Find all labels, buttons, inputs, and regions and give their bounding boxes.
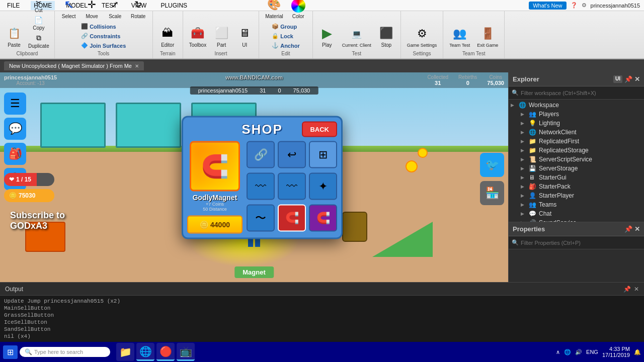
output-close-icon[interactable]: ✕	[634, 286, 639, 293]
pin-icon[interactable]: 📌	[624, 75, 632, 83]
taskbar-search[interactable]: 🔍 Type here to search	[20, 347, 110, 357]
collisions-btn[interactable]: ⬛ Collisions	[78, 22, 129, 31]
props-search-bar[interactable]: 🔍	[509, 236, 644, 249]
shop-slot-2[interactable]: ⊞	[309, 141, 337, 168]
settings-icon[interactable]: ⚙	[582, 2, 587, 9]
tab-close-btn[interactable]: ✕	[135, 63, 139, 69]
copy-btn[interactable]: 📄 Copy	[26, 15, 51, 32]
group-btn[interactable]: 📦Group	[269, 22, 303, 31]
tree-serverstorage[interactable]: ▶ 💾 ServerStorage	[509, 164, 644, 173]
tree-replicatedfirst[interactable]: ▶ 📁 ReplicatedFirst	[509, 137, 644, 146]
tree-teams[interactable]: ▶ 👥 Teams	[509, 200, 644, 209]
material-btn[interactable]: 🎨 Material	[262, 0, 286, 21]
window-2	[116, 103, 181, 148]
tools-section: ↖ Select ✛ Move ⤢ Scale ↻ Rotate	[55, 11, 153, 58]
move-btn[interactable]: ✛ Move	[81, 0, 103, 21]
buy-btn[interactable]: 🪙 44000	[187, 215, 243, 233]
scale-btn[interactable]: ⤢ Scale	[104, 0, 126, 21]
current-client-btn[interactable]: 💻 Current: Client	[339, 24, 374, 50]
lock-btn[interactable]: 🔒Lock	[269, 32, 303, 40]
output-pin-icon[interactable]: 📌	[623, 286, 631, 293]
play-btn[interactable]: ▶ Play	[316, 23, 338, 50]
chat-label: Chat	[539, 210, 551, 217]
taskbar-app3[interactable]: 📺	[177, 343, 195, 361]
player-status: ❤ 1 / 15 🪙 75030	[4, 173, 54, 202]
subscribe-text: Subscribe to GODxA3	[10, 210, 65, 232]
twitter-btn[interactable]: 🐦	[480, 153, 504, 177]
test-label: Test	[352, 51, 361, 56]
part-btn[interactable]: ⬜ Part	[210, 23, 232, 50]
tools-label: Tools	[98, 51, 109, 56]
item-stat2: 50 Distance	[203, 206, 227, 211]
stop-btn[interactable]: ⬛ Stop	[375, 23, 397, 50]
taskbar-files[interactable]: 📁	[116, 343, 134, 361]
tree-serverscriptservice[interactable]: ▶ 📜 ServerScriptService	[509, 155, 644, 164]
shop-slot-8[interactable]: 🧲	[309, 205, 337, 232]
tree-chat[interactable]: ▶ 💬 Chat	[509, 209, 644, 218]
right-panel: Explorer UI 📌 ✕ 🔍 ▶ 🌐 Workspace	[508, 72, 644, 282]
menu-plugins[interactable]: PLUGINS	[157, 1, 190, 10]
whats-new-btn[interactable]: What's New	[529, 2, 566, 10]
cut-btn[interactable]: ✂ Cut	[26, 0, 51, 14]
taskbar-notification[interactable]: 🔔	[634, 349, 641, 355]
tree-workspace[interactable]: ▶ 🌐 Workspace	[509, 101, 644, 110]
toolbox-btn[interactable]: 🧰 Toolbox	[186, 23, 209, 50]
props-pin-icon[interactable]: 📌	[624, 225, 632, 233]
duplicate-btn[interactable]: ⧉ Duplicate	[26, 33, 51, 50]
explorer-search-bar[interactable]: 🔍	[509, 86, 644, 100]
shop-slot-0[interactable]: 🔗	[247, 141, 275, 168]
taskbar-network-icon[interactable]: 🌐	[564, 349, 571, 355]
close-panel-icon[interactable]: ✕	[634, 75, 640, 83]
constraints-btn[interactable]: 🔗 Constraints	[78, 32, 129, 40]
ui-toggle-1[interactable]: UI	[613, 75, 622, 83]
taskbar-up-icon[interactable]: ∧	[556, 349, 560, 355]
props-search-input[interactable]	[521, 240, 641, 246]
tree-startergui[interactable]: ▶ 🖥 StarterGui	[509, 173, 644, 182]
anchor-btn[interactable]: ⚓Anchor	[269, 41, 303, 50]
shop-slot-3[interactable]: 〰	[247, 172, 275, 200]
taskbar-sound-icon[interactable]: 🔊	[575, 349, 582, 355]
props-close-icon[interactable]: ✕	[634, 225, 640, 233]
shop-slot-5[interactable]: ✦	[309, 172, 337, 200]
paste-btn[interactable]: 📋 Paste	[3, 23, 25, 50]
menu-icon-btn[interactable]: ☰	[4, 93, 26, 115]
select-btn[interactable]: ↖ Select	[58, 0, 80, 21]
tree-soundservice[interactable]: ▶ 🔊 SoundService	[509, 218, 644, 222]
color-btn[interactable]: Color	[287, 0, 309, 21]
chat-icon-btn[interactable]: 💬	[4, 118, 26, 140]
viewport[interactable]: Magnet princessjannah0515 Account: -13 C…	[0, 72, 508, 282]
tree-starterplayer[interactable]: ▶ 👤 StarterPlayer	[509, 191, 644, 200]
inventory-icon-btn[interactable]: 🎒	[4, 143, 26, 165]
editor-btn[interactable]: 🏔 Editor	[156, 23, 179, 50]
shop-slot-6[interactable]: 〜	[247, 205, 275, 232]
taskbar-chrome[interactable]: 🌐	[136, 343, 154, 361]
players-arrow: ▶	[521, 112, 527, 117]
team-btn[interactable]: 👥 Team Test	[446, 24, 473, 50]
game-tab-0[interactable]: New Uncopylocked ( Magnet Simulator ) Fr…	[4, 61, 144, 70]
explorer-search-input[interactable]	[521, 90, 641, 96]
tab-label: New Uncopylocked ( Magnet Simulator ) Fr…	[9, 63, 132, 69]
edit-section: 🎨 Material Color 📦Group 🔒Lock	[259, 11, 313, 58]
ui-btn[interactable]: 🖥 UI	[233, 23, 256, 50]
back-btn[interactable]: BACK	[302, 121, 337, 137]
store-btn[interactable]: 🏪	[480, 181, 504, 205]
tree-players[interactable]: ▶ 👥 Players	[509, 110, 644, 119]
exit-game-btn[interactable]: 🚪 Exit Game	[474, 24, 501, 50]
shop-slot-1[interactable]: ↩	[278, 141, 306, 168]
tree-starterpack[interactable]: ▶ 🎒 StarterPack	[509, 182, 644, 191]
row-rebirths: 0	[278, 87, 281, 94]
lighting-label: Lighting	[539, 120, 560, 127]
tree-replicatedstorage[interactable]: ▶ 📁 ReplicatedStorage	[509, 146, 644, 155]
join-surfaces-btn[interactable]: 🔷 Join Surfaces	[78, 41, 129, 50]
sp-arrow: ▶	[521, 184, 527, 189]
start-button[interactable]: ⊞	[3, 345, 18, 359]
shop-slot-7[interactable]: 🧲	[278, 205, 306, 232]
taskbar-app2[interactable]: 🔴	[156, 343, 175, 361]
shop-slot-4[interactable]: 〰	[278, 172, 306, 200]
rotate-btn[interactable]: ↻ Rotate	[127, 0, 149, 21]
help-icon[interactable]: ❓	[571, 2, 578, 9]
tree-networkclient[interactable]: ▶ 🌐 NetworkClient	[509, 128, 644, 137]
tree-lighting[interactable]: ▶ 💡 Lighting	[509, 119, 644, 128]
social-icons: 🐦 🏪	[480, 153, 504, 205]
game-settings-btn[interactable]: ⚙ Game Settings	[404, 24, 440, 50]
